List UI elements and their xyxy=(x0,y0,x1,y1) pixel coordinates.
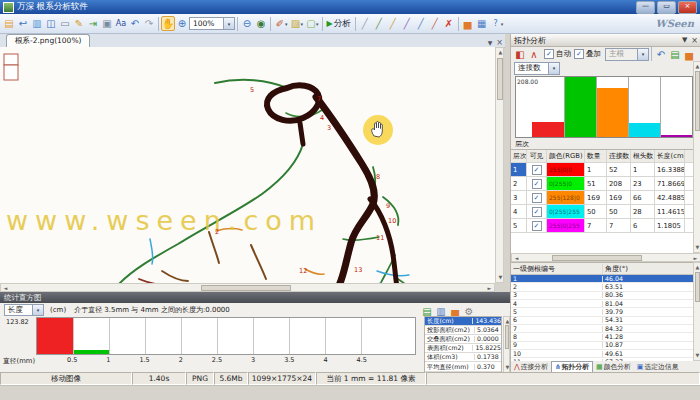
excel-export-icon[interactable]: ▤ xyxy=(668,47,682,62)
print-icon[interactable]: ▭ xyxy=(58,16,72,31)
tab-选定边信息[interactable]: ▣选定边信息 xyxy=(634,362,682,372)
text-icon[interactable]: Aa xyxy=(114,16,128,31)
chevron-down-icon[interactable]: ▾ xyxy=(501,21,504,27)
angle-row[interactable]: 380.36 xyxy=(511,292,693,300)
scroll-up-icon[interactable]: ▲ xyxy=(496,48,505,57)
scroll-up-icon[interactable]: ▲ xyxy=(693,263,700,272)
undo-icon[interactable]: ↶ xyxy=(128,16,142,31)
zoom-in-icon[interactable]: ⊖ xyxy=(240,16,254,31)
scrollbar-thumb[interactable] xyxy=(695,272,700,302)
scroll-down-icon[interactable]: ▼ xyxy=(693,351,700,360)
visible-checkbox[interactable]: ✓ xyxy=(532,207,542,217)
chevron-down-icon[interactable]: ▾ xyxy=(285,21,288,27)
scroll-down-icon[interactable]: ▼ xyxy=(503,363,512,372)
stats-scrollbar[interactable]: ▲ ▼ xyxy=(503,316,510,373)
close-button[interactable]: × xyxy=(678,1,697,14)
stat-row[interactable]: 体积(cm3)0.1738 xyxy=(425,353,501,362)
level-cell[interactable]: 4 xyxy=(511,205,527,218)
root-type-combo[interactable]: 主根 ▾ xyxy=(605,48,649,61)
undo-icon[interactable]: ↶ xyxy=(654,47,668,62)
zoom-level-combo[interactable]: 100%▾ xyxy=(189,17,235,30)
level-cell[interactable]: 5 xyxy=(511,219,527,232)
save-icon[interactable]: ◫ xyxy=(44,16,58,31)
chevron-down-icon[interactable]: ▾ xyxy=(301,21,304,27)
canvas-vertical-scrollbar[interactable]: ▲ ▼ xyxy=(495,47,504,283)
visible-checkbox[interactable]: ✓ xyxy=(532,193,542,203)
level-cell[interactable]: 2 xyxy=(511,177,527,190)
canvas-horizontal-scrollbar[interactable]: ◄ ► xyxy=(0,283,495,292)
table-row[interactable]: 3✓255|128|01691696642.4885 xyxy=(511,191,693,205)
stat-row[interactable]: 表面积(cm2)15.8225 xyxy=(425,344,501,353)
scrollbar-thumb[interactable] xyxy=(695,71,700,131)
table-row[interactable]: 5✓255|0|2557761.1805 xyxy=(511,219,693,233)
metric-combo[interactable]: 连接数 ▾ xyxy=(514,62,560,75)
scrollbar-thumb[interactable] xyxy=(552,255,642,261)
panel-vertical-scrollbar[interactable]: ▲ ▼ xyxy=(693,61,700,253)
visible-checkbox[interactable]: ✓ xyxy=(532,179,542,189)
scroll-down-icon[interactable]: ▼ xyxy=(693,243,700,252)
tab-menu-icon[interactable]: ▼ xyxy=(488,39,493,46)
palette-icon[interactable]: ▦ xyxy=(475,16,489,31)
level-cell[interactable]: 3 xyxy=(511,191,527,204)
level-cell[interactable]: 1 xyxy=(511,163,527,176)
angle-row[interactable]: 654.31 xyxy=(511,317,693,325)
pin-icon[interactable]: ▼ xyxy=(682,36,687,45)
chart-icon[interactable]: ▅ xyxy=(682,47,696,62)
stat-row[interactable]: 长度(cm)143.436 xyxy=(425,317,501,326)
table-row[interactable]: 4✓0|255|25550502811.4615 xyxy=(511,205,693,219)
table-row[interactable]: 1✓255|0|0152116.3388 xyxy=(511,163,693,177)
scroll-down-icon[interactable]: ▼ xyxy=(496,273,505,282)
eraser-icon[interactable]: ✗ xyxy=(442,16,456,31)
scrollbar-thumb[interactable] xyxy=(497,58,503,100)
document-tab[interactable]: 根系-2.png(100%) xyxy=(6,34,90,47)
chevron-down-icon[interactable]: ▾ xyxy=(637,49,648,60)
angle-row[interactable]: 481.04 xyxy=(511,300,693,308)
pen-green-icon[interactable]: ╱ xyxy=(372,16,386,31)
export-icon[interactable]: ⇥ xyxy=(86,16,100,31)
scrollbar-thumb[interactable] xyxy=(201,285,291,291)
visible-checkbox[interactable]: ✓ xyxy=(532,165,542,175)
overlay-checkbox[interactable]: ✓ xyxy=(574,49,584,59)
hand-tool-icon[interactable]: ✋ xyxy=(161,16,175,31)
table-row[interactable]: 2✓0|255|0512082371.8669 xyxy=(511,177,693,191)
stat-row[interactable]: 投影面积(cm2)5.0364 xyxy=(425,326,501,335)
angle-row[interactable]: 784.32 xyxy=(511,325,693,333)
angle-row[interactable]: 263.51 xyxy=(511,283,693,291)
chevron-down-icon[interactable]: ▾ xyxy=(316,21,319,27)
edit-icon[interactable]: ✎ xyxy=(72,16,86,31)
chevron-down-icon[interactable]: ▾ xyxy=(223,18,234,29)
copy-icon[interactable]: ▣ xyxy=(100,16,114,31)
angle-icon[interactable]: ∧ xyxy=(527,47,541,62)
import-icon[interactable]: ▥ xyxy=(30,16,44,31)
auto-checkbox[interactable]: ✓ xyxy=(544,49,554,59)
tab-close-icon[interactable]: × xyxy=(496,38,503,47)
pen-gray-icon[interactable]: ╱ xyxy=(358,16,372,31)
pen-blue-icon[interactable]: ╱ xyxy=(414,16,428,31)
tab-连接分析[interactable]: ⋀连接分析 xyxy=(511,362,551,372)
tab-拓扑分析[interactable]: ⋔拓扑分析 xyxy=(551,361,593,372)
scrollbar-thumb[interactable] xyxy=(505,325,509,349)
tab-颜色分析[interactable]: ▦颜色分析 xyxy=(593,362,634,372)
angle-row[interactable]: 539.79 xyxy=(511,308,693,316)
stat-row[interactable]: 平均直径(mm)0.370 xyxy=(425,362,501,371)
chevron-down-icon[interactable]: ▾ xyxy=(32,305,43,315)
minimize-button[interactable]: — xyxy=(636,1,655,14)
panel-close-icon[interactable]: × xyxy=(691,36,698,45)
pen-gold-icon[interactable]: ╱ xyxy=(386,16,400,31)
panel-horizontal-scrollbar[interactable]: ◄ ► xyxy=(511,253,700,262)
image-canvas[interactable]: www.wseen.com 574389101121213 xyxy=(0,47,495,283)
window-icon[interactable]: ◧ xyxy=(513,47,527,62)
stats-icon[interactable]: ▅ xyxy=(461,16,475,31)
back-icon[interactable]: ↩ xyxy=(16,16,30,31)
angle-row[interactable]: 146.04 xyxy=(511,275,693,283)
angle-table-scrollbar[interactable]: ▲ ▼ xyxy=(693,262,700,361)
view-icon[interactable]: ◉ xyxy=(254,16,268,31)
pen-purple-icon[interactable]: ╱ xyxy=(400,16,414,31)
maximize-button[interactable]: ▭ xyxy=(657,1,676,14)
scroll-up-icon[interactable]: ▲ xyxy=(693,62,700,71)
angle-row[interactable]: 910.87 xyxy=(511,342,693,350)
open-icon[interactable]: ▤ xyxy=(2,16,16,31)
chevron-down-icon[interactable]: ▾ xyxy=(548,63,559,74)
visible-checkbox[interactable]: ✓ xyxy=(532,221,542,231)
histogram-metric-combo[interactable]: 长度 ▾ xyxy=(4,304,44,316)
